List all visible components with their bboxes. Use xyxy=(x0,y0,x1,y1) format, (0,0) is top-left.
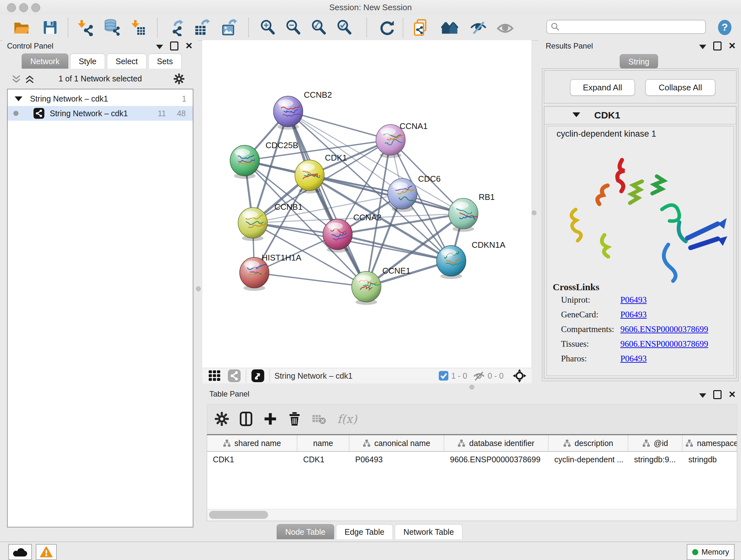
network-node-RB1[interactable] xyxy=(449,198,478,232)
network-node-CDKN1A[interactable] xyxy=(436,246,466,279)
first-neighbors-button[interactable] xyxy=(441,19,458,36)
help-button[interactable]: ? xyxy=(716,19,733,36)
node-label-CDKN1A: CDKN1A xyxy=(472,240,506,250)
table-options-gear-icon[interactable] xyxy=(215,412,229,426)
column-header-namespace[interactable]: namespace xyxy=(683,435,737,451)
network-row-selected[interactable]: String Network – cdk1 11 48 xyxy=(8,106,193,121)
splitter-grip[interactable] xyxy=(532,210,536,215)
open-session-button[interactable] xyxy=(13,19,30,36)
open-in-window-icon[interactable] xyxy=(251,369,265,383)
table-cell[interactable]: P06493 xyxy=(349,452,444,467)
expand-all-button[interactable]: Expand All xyxy=(570,79,635,96)
edge-count: 48 xyxy=(177,109,186,118)
tab-string[interactable]: String xyxy=(620,54,658,69)
panel-float-icon[interactable] xyxy=(170,42,179,51)
network-collection-row[interactable]: String Network – cdk1 1 xyxy=(8,91,193,106)
zoom-in-button[interactable] xyxy=(259,19,276,36)
protein-card-header[interactable]: CDK1 xyxy=(544,107,736,125)
import-network-database-button[interactable] xyxy=(103,19,120,36)
panel-close-icon[interactable]: ✕ xyxy=(185,43,193,50)
network-options-gear-icon[interactable] xyxy=(174,73,185,84)
network-canvas[interactable]: CCNB2CCNA1CDC25BCDK1CDC6RB1CCNB1CCNA2CDK… xyxy=(202,40,532,368)
table-cell[interactable]: CDK1 xyxy=(297,452,349,467)
delete-column-icon[interactable] xyxy=(288,412,301,426)
scrollbar-thumb[interactable] xyxy=(209,511,268,519)
refresh-view-button[interactable] xyxy=(379,19,396,36)
column-header-name[interactable]: name xyxy=(297,435,349,451)
crosslink-label: Pharos: xyxy=(561,354,587,364)
tab-style[interactable]: Style xyxy=(70,54,105,69)
export-image-button[interactable] xyxy=(220,19,238,36)
network-node-CCNA2[interactable] xyxy=(323,219,352,253)
search-box[interactable] xyxy=(546,20,706,34)
birdseye-grid-icon[interactable] xyxy=(208,369,221,382)
crosslink-link[interactable]: P06493 xyxy=(620,295,647,305)
column-header-database-identifier[interactable]: database identifier xyxy=(444,435,549,451)
warnings-button[interactable] xyxy=(36,544,57,560)
network-node-CCNE1[interactable] xyxy=(352,271,381,305)
import-network-file-button[interactable] xyxy=(77,19,94,36)
splitter-grip[interactable] xyxy=(196,287,201,291)
memory-button[interactable]: Memory xyxy=(687,544,735,560)
crosslink-link[interactable]: 9606.ENSP00000378699 xyxy=(620,339,708,349)
collapse-caret-icon[interactable] xyxy=(572,112,580,117)
collapse-all-button[interactable]: Collapse All xyxy=(645,79,716,96)
selected-checkbox-icon[interactable] xyxy=(439,371,449,381)
panel-menu-icon[interactable] xyxy=(156,45,163,49)
panel-menu-icon[interactable] xyxy=(699,393,706,398)
column-header--id[interactable]: @id xyxy=(628,435,683,451)
zoom-fit-button[interactable] xyxy=(310,19,327,36)
import-table-file-button[interactable] xyxy=(129,19,146,36)
column-header-description[interactable]: description xyxy=(549,435,628,451)
table-toolbar: f(x) xyxy=(207,404,737,434)
splitter-grip[interactable] xyxy=(469,385,474,389)
protein-result-card: CDK1 cyclin-dependent kinase 1 xyxy=(544,106,737,379)
node-label-HIST1H1A: HIST1H1A xyxy=(262,253,301,262)
tab-node-table[interactable]: Node Table xyxy=(277,524,334,539)
network-edge[interactable] xyxy=(254,273,366,287)
table-row[interactable]: CDK1CDK1P064939606.ENSP00000378699cyclin… xyxy=(207,452,737,467)
zoom-selected-button[interactable] xyxy=(336,19,353,36)
fit-selected-crosshair-icon[interactable] xyxy=(513,369,527,383)
tab-edge-table[interactable]: Edge Table xyxy=(336,524,393,539)
hide-graphics-details-button[interactable] xyxy=(470,19,487,36)
network-graph[interactable]: CCNB2CCNA1CDC25BCDK1CDC6RB1CCNB1CCNA2CDK… xyxy=(202,40,532,368)
crosslink-link[interactable]: P06493 xyxy=(620,310,647,320)
show-columns-icon[interactable] xyxy=(240,412,253,426)
network-node-CCNB1[interactable] xyxy=(238,207,267,241)
tree-caret-icon[interactable] xyxy=(15,97,22,101)
new-network-from-selection-button[interactable] xyxy=(412,19,429,36)
save-session-button[interactable] xyxy=(42,19,59,36)
crosslink-link[interactable]: 9606.ENSP00000378699 xyxy=(620,324,708,334)
panel-close-icon[interactable]: ✕ xyxy=(729,391,736,398)
tab-sets[interactable]: Sets xyxy=(148,54,182,69)
string-app-icon xyxy=(33,108,45,119)
results-buttons-box: Expand All Collapse All xyxy=(544,70,737,104)
string-panel-icon[interactable] xyxy=(227,369,241,383)
show-graphics-details-button[interactable] xyxy=(496,19,514,36)
table-cell[interactable]: cyclin-dependent ... xyxy=(549,452,628,467)
add-column-icon[interactable] xyxy=(263,412,277,426)
network-node-CCNB2[interactable] xyxy=(273,96,303,130)
table-cell[interactable]: 9606.ENSP00000378699 xyxy=(444,452,549,467)
table-cell[interactable]: stringdb xyxy=(683,452,737,467)
tab-network-table[interactable]: Network Table xyxy=(395,524,462,539)
crosslink-link[interactable]: P06493 xyxy=(620,354,647,364)
tab-network[interactable]: Network xyxy=(22,54,68,69)
panel-float-icon[interactable] xyxy=(713,42,722,51)
table-cell[interactable]: stringdb:9... xyxy=(628,452,683,467)
export-table-button[interactable] xyxy=(193,19,210,36)
column-header-canonical-name[interactable]: canonical name xyxy=(349,435,444,451)
network-node-CDC25B[interactable] xyxy=(230,145,259,179)
panel-close-icon[interactable]: ✕ xyxy=(729,43,736,50)
export-network-button[interactable] xyxy=(166,19,184,36)
tab-select[interactable]: Select xyxy=(107,54,146,69)
table-cell[interactable]: CDK1 xyxy=(207,452,297,467)
cloud-status-button[interactable] xyxy=(8,544,32,560)
search-input[interactable] xyxy=(563,22,701,32)
zoom-out-button[interactable] xyxy=(285,19,302,36)
horizontal-scrollbar[interactable] xyxy=(207,509,737,521)
panel-float-icon[interactable] xyxy=(713,390,722,399)
column-header-shared-name[interactable]: shared name xyxy=(207,435,297,451)
panel-menu-icon[interactable] xyxy=(699,45,706,49)
